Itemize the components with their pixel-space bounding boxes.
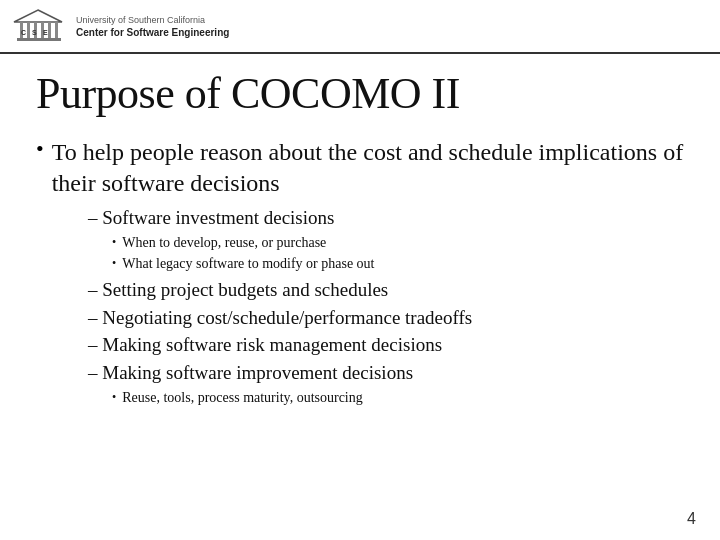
sub-sub-items-0: • When to develop, reuse, or purchase • … bbox=[112, 233, 684, 273]
header-text: University of Southern California Center… bbox=[76, 14, 229, 41]
bullet-icon: • bbox=[36, 135, 44, 164]
header: C S E University of Southern California … bbox=[0, 0, 720, 54]
dash-label-0: – Software investment decisions bbox=[88, 205, 334, 231]
center-name: Center for Software Engineering bbox=[76, 26, 229, 40]
dash-item-1: – Setting project budgets and schedules bbox=[88, 277, 684, 303]
svg-rect-7 bbox=[17, 38, 61, 41]
logo-block: C S E bbox=[12, 8, 64, 46]
sub-sub-items-4: • Reuse, tools, process maturity, outsou… bbox=[112, 388, 684, 408]
dash-item-0: – Software investment decisions bbox=[88, 205, 684, 231]
svg-rect-6 bbox=[55, 22, 58, 38]
sub-bullet-0-0: • When to develop, reuse, or purchase bbox=[112, 233, 684, 253]
dash-label-1: – Setting project budgets and schedules bbox=[88, 277, 388, 303]
sub-bullet-dot: • bbox=[112, 255, 116, 272]
sub-bullet-text-0-1: What legacy software to modify or phase … bbox=[122, 254, 374, 274]
sub-bullet-dot: • bbox=[112, 234, 116, 251]
svg-text:C: C bbox=[21, 29, 26, 36]
svg-rect-2 bbox=[27, 22, 30, 38]
sub-bullet-text-4-0: Reuse, tools, process maturity, outsourc… bbox=[122, 388, 363, 408]
dash-item-2: – Negotiating cost/schedule/performance … bbox=[88, 305, 684, 331]
dash-label-3: – Making software risk management decisi… bbox=[88, 332, 442, 358]
university-name: University of Southern California bbox=[76, 14, 229, 27]
sub-bullet-4-0: • Reuse, tools, process maturity, outsou… bbox=[112, 388, 684, 408]
dash-label-4: – Making software improvement decisions bbox=[88, 360, 413, 386]
svg-rect-5 bbox=[48, 22, 51, 38]
svg-marker-0 bbox=[14, 10, 62, 22]
sub-sections: – Software investment decisions • When t… bbox=[88, 205, 684, 407]
main-bullet-item: • To help people reason about the cost a… bbox=[36, 137, 684, 199]
main-bullet-text: To help people reason about the cost and… bbox=[52, 137, 684, 199]
cse-logo: C S E bbox=[12, 8, 64, 46]
main-content: Purpose of COCOMO II • To help people re… bbox=[0, 54, 720, 418]
sub-bullet-0-1: • What legacy software to modify or phas… bbox=[112, 254, 684, 274]
page-title: Purpose of COCOMO II bbox=[36, 68, 684, 119]
svg-text:E: E bbox=[43, 29, 48, 36]
dash-item-4: – Making software improvement decisions bbox=[88, 360, 684, 386]
page-number: 4 bbox=[687, 510, 696, 528]
dash-label-2: – Negotiating cost/schedule/performance … bbox=[88, 305, 472, 331]
sub-bullet-text-0-0: When to develop, reuse, or purchase bbox=[122, 233, 326, 253]
sub-bullet-dot: • bbox=[112, 389, 116, 406]
dash-item-3: – Making software risk management decisi… bbox=[88, 332, 684, 358]
svg-text:S: S bbox=[32, 29, 37, 36]
